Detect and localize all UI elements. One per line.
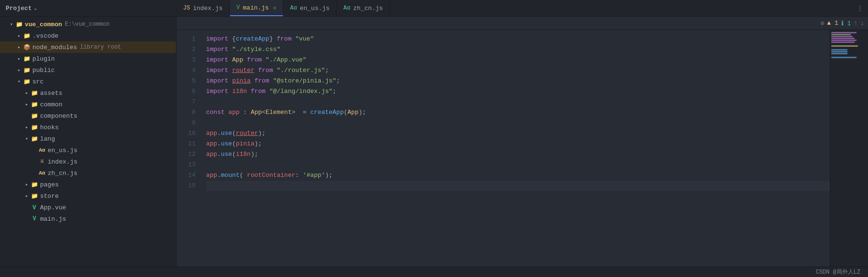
info-indicator[interactable]: ℹ 1 [841,20,851,27]
code-line-1: import {createApp} from "vue" [206,34,830,44]
root-label: vue_common [25,21,62,28]
scroll-up-icon[interactable]: ↑ [854,20,858,27]
tree-arrow-node-modules [15,43,23,51]
scroll-down-icon[interactable]: ↓ [860,20,864,27]
code-line-4: import router from "./router.js"; [206,65,830,76]
tree-label-app-vue: App.vue [40,204,66,211]
tree-label-public: public [32,67,55,74]
tree-item-lang[interactable]: 📁 lang [0,133,176,144]
file-en-us-icon: Aα [38,146,46,154]
tree-item-main-js[interactable]: V main.js [0,213,176,225]
minimap [830,30,868,267]
tree-arrow-lang [23,135,31,143]
tree-label-en-us: en_us.js [48,147,77,154]
tree-root[interactable]: 📁 vue_common E:\vue_common [0,19,176,30]
code-line-10: app.use(router); [206,128,830,139]
tree-item-vscode[interactable]: 📁 .vscode [0,30,176,41]
tree-item-components[interactable]: 📁 components [0,110,176,122]
tree-arrow-assets [23,89,31,97]
folder-hooks-icon: 📁 [31,123,38,131]
tab-zh-cn-js[interactable]: Aαzh_cn.js [337,0,390,16]
tab-close-icon[interactable]: ✕ [273,5,277,11]
tree-label-plugin: plugin [32,55,55,62]
project-label: Project [6,5,32,12]
top-bar: Project ⌄ JSindex.jsVmain.js✕Aαen_us.jsA… [0,0,868,17]
sidebar-header: Project ⌄ [0,5,176,12]
code-line-7 [206,97,830,107]
tab-label: zh_cn.js [353,5,383,12]
more-icon[interactable]: ⋮ [857,4,863,12]
chevron-down-icon: ⌄ [34,5,37,11]
code-line-3: import App from "./App.vue" [206,55,830,65]
tree-item-common[interactable]: 📁 common [0,99,176,110]
status-label: CSDN @局外人LZ [816,268,860,276]
code-line-14: app.mount( rootContainer: '#app'); [206,170,830,181]
code-editor[interactable]: import {createApp} from "vue" import "./… [200,30,830,267]
file-app-vue-icon: V [31,204,38,211]
tabs-area: JSindex.jsVmain.js✕Aαen_us.jsAαzh_cn.js [176,0,852,16]
folder-icon-root: 📁 [15,21,23,28]
tree-item-src[interactable]: 📁 src [0,76,176,87]
tree-item-store[interactable]: 📁 store [0,190,176,202]
file-tree: 📁 vue_common E:\vue_common 📁 .vscode 📦 n… [0,17,176,267]
tree-label-index-lang: index.js [48,158,77,165]
folder-lang-icon: 📁 [31,135,38,143]
warning-indicator[interactable]: ▲ 1 [827,20,838,27]
tree-label-common: common [40,101,62,108]
tree-label-main-js: main.js [40,215,66,223]
tree-arrow-store [23,192,31,200]
tab-index-js[interactable]: JSindex.js [176,0,230,16]
tree-label-src: src [32,78,43,85]
file-zh-cn-icon: Aα [38,169,46,177]
folder-assets-icon: 📁 [31,89,38,97]
code-line-9 [206,118,830,128]
code-line-12: app.use(i18n); [206,149,830,160]
tree-arrow-src [15,78,23,85]
folder-node-icon: 📦 [23,43,31,51]
tree-item-assets[interactable]: 📁 assets [0,87,176,99]
tree-item-app-vue[interactable]: V App.vue [0,202,176,213]
status-bar: CSDN @局外人LZ [0,267,868,277]
folder-plugin-icon: 📁 [23,55,31,62]
tree-item-zh-cn[interactable]: Aα zh_cn.js [0,167,176,179]
tab-label: en_us.js [300,5,330,12]
project-title[interactable]: Project ⌄ [6,5,37,12]
tree-item-node-modules[interactable]: 📦 node_modules library root [0,41,176,53]
tab-en-us-js[interactable]: Aαen_us.js [283,0,337,16]
tree-label-pages: pages [40,181,59,188]
tree-item-plugin[interactable]: 📁 plugin [0,53,176,64]
tab-main-js[interactable]: Vmain.js✕ [230,0,283,16]
tree-arrow-public [15,66,23,74]
folder-components-icon: 📁 [31,112,38,120]
vue-icon: V [237,4,240,11]
code-line-11: app.use(pinia); [206,139,830,149]
tree-arrow-vscode [15,32,23,40]
code-line-2: import "./style.css" [206,44,830,55]
tab-label: index.js [193,5,222,12]
tree-arrow-common [23,101,31,108]
tree-item-public[interactable]: 📁 public [0,64,176,76]
tree-arrow-hooks [23,123,31,131]
code-line-8: const app : App<Element> = createApp(App… [206,107,830,118]
tree-label-lang: lang [40,135,55,143]
top-bar-right: ⋮ [852,4,868,12]
tree-label-store: store [40,193,59,200]
i18n-icon: Aα [290,5,297,11]
tree-item-index-lang[interactable]: ≡ index.js [0,156,176,167]
tree-item-hooks[interactable]: 📁 hooks [0,122,176,133]
folder-src-icon: 📁 [23,78,31,85]
code-line-6: import i18n from "@/lang/index.js"; [206,86,830,97]
editor-toolbar: ⊙ ▲ 1 ℹ 1 ↑ ↓ [176,17,868,30]
folder-public-icon: 📁 [23,66,31,74]
tree-label-assets: assets [40,90,62,97]
tree-item-en-us[interactable]: Aα en_us.js [0,144,176,156]
i18n-icon: Aα [343,5,350,11]
file-main-js-icon: V [31,215,38,223]
code-line-13 [206,160,830,170]
code-line-15 [206,181,830,191]
tree-label-vscode: .vscode [32,32,59,40]
tree-label-zh-cn: zh_cn.js [48,170,77,177]
tree-item-pages[interactable]: 📁 pages [0,179,176,190]
tree-arrow-plugin [15,55,23,62]
eye-icon[interactable]: ⊙ [821,20,825,27]
